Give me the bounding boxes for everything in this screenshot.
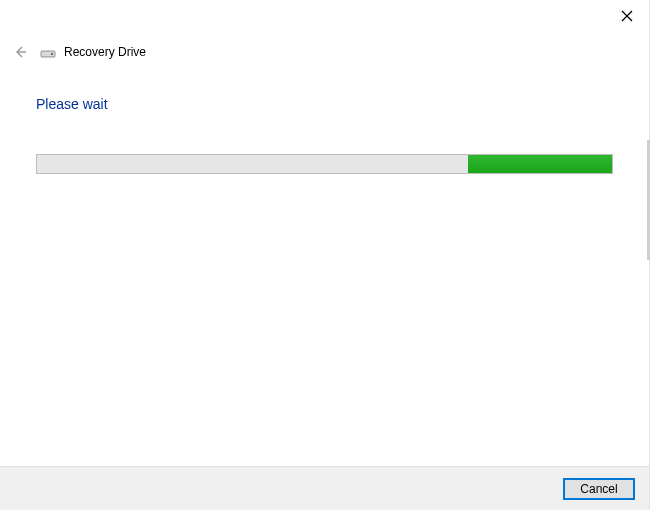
back-arrow-icon: [12, 44, 28, 60]
close-button[interactable]: [617, 6, 637, 26]
drive-icon: [40, 46, 56, 58]
page-heading: Please wait: [36, 96, 613, 112]
cancel-button[interactable]: Cancel: [563, 478, 635, 500]
back-button: [8, 40, 32, 64]
recovery-drive-wizard: Recovery Drive Please wait Cancel: [0, 0, 650, 510]
wizard-content: Please wait: [0, 64, 649, 466]
titlebar: [0, 0, 649, 32]
close-icon: [621, 10, 633, 22]
progress-bar: [36, 154, 613, 174]
wizard-footer: Cancel: [0, 466, 649, 510]
wizard-header: Recovery Drive: [0, 32, 649, 64]
wizard-title: Recovery Drive: [64, 45, 146, 59]
progress-fill: [468, 155, 612, 173]
svg-rect-4: [51, 53, 53, 55]
